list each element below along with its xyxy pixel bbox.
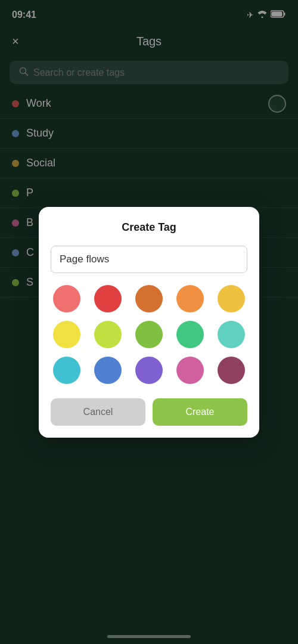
color-option[interactable]: [94, 357, 122, 384]
color-option[interactable]: [53, 357, 80, 384]
create-button[interactable]: Create: [153, 398, 247, 426]
color-option[interactable]: [53, 321, 80, 348]
modal-title: Create Tag: [51, 221, 247, 234]
color-grid: [51, 285, 247, 384]
tag-name-input[interactable]: [51, 246, 247, 273]
color-option[interactable]: [218, 357, 245, 384]
color-option[interactable]: [135, 321, 163, 348]
color-option[interactable]: [176, 321, 204, 348]
color-option[interactable]: [176, 357, 204, 384]
overlay: Create Tag Cancel Create: [0, 0, 298, 644]
color-option[interactable]: [135, 357, 163, 384]
color-option[interactable]: [135, 285, 163, 312]
modal-buttons: Cancel Create: [51, 398, 247, 426]
cancel-button[interactable]: Cancel: [51, 398, 145, 426]
color-option[interactable]: [94, 285, 122, 312]
color-option[interactable]: [218, 321, 245, 348]
color-option[interactable]: [218, 285, 245, 312]
home-indicator: [107, 635, 191, 638]
color-option[interactable]: [176, 285, 204, 312]
color-option[interactable]: [94, 321, 122, 348]
color-option[interactable]: [53, 285, 80, 312]
create-tag-modal: Create Tag Cancel Create: [39, 207, 259, 438]
